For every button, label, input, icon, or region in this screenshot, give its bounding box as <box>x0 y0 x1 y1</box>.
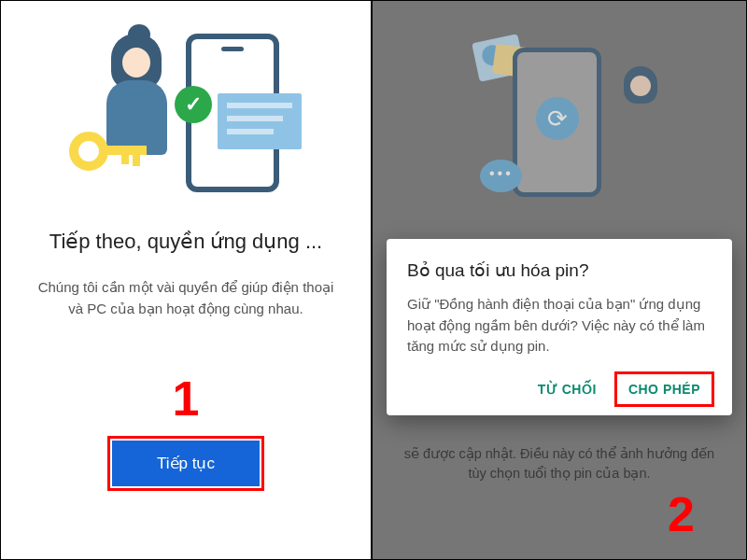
deny-button[interactable]: TỪ CHỐI <box>527 374 608 404</box>
background-text: sẽ được cập nhật. Điều này có thể ảnh hư… <box>401 444 718 485</box>
permissions-illustration: ✓ <box>64 15 307 202</box>
step-1-screen: ✓ Tiếp theo, quyền ứng dụng ... Chúng tô… <box>1 1 373 559</box>
step-1-annotation: 1 <box>173 371 200 427</box>
phone-icon: ✓ <box>186 34 279 192</box>
step-2-annotation: 2 <box>668 486 695 542</box>
dialog-title: Bỏ qua tối ưu hóa pin? <box>407 259 712 281</box>
permissions-heading: Tiếp theo, quyền ứng dụng ... <box>49 230 322 254</box>
phone-icon: ⟳ <box>513 48 601 197</box>
battery-optimization-dialog: Bỏ qua tối ưu hóa pin? Giữ "Đồng hành đi… <box>387 239 732 415</box>
step-2-screen: ⟳ sẽ được cập nhật. Điều này có thể ảnh … <box>373 1 746 559</box>
dialog-actions: TỪ CHỐI CHO PHÉP <box>407 374 712 404</box>
person-illustration <box>83 34 186 192</box>
key-icon <box>69 127 153 183</box>
chat-bubble-icon <box>480 160 522 192</box>
sync-icon: ⟳ <box>536 97 579 140</box>
dialog-body: Giữ "Đồng hành điện thoại của bạn" ứng d… <box>407 294 712 357</box>
continue-button[interactable]: Tiếp tục <box>112 441 260 486</box>
allow-button[interactable]: CHO PHÉP <box>617 374 712 404</box>
sync-illustration: ⟳ <box>447 38 671 206</box>
person-illustration <box>624 66 657 104</box>
permissions-description: Chúng tôi cần một vài quyền để giúp điện… <box>29 277 343 319</box>
message-icon <box>218 93 302 149</box>
